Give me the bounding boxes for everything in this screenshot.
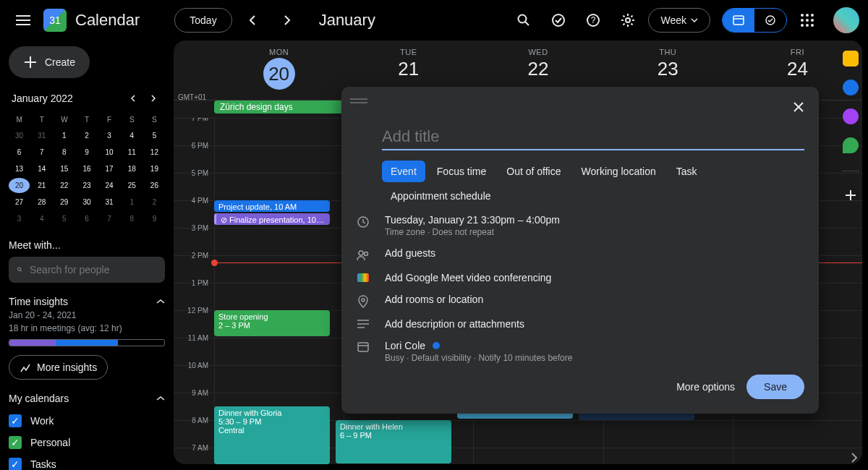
- keep-icon[interactable]: [843, 51, 859, 67]
- calendar-item[interactable]: ✓Work: [9, 410, 165, 432]
- mini-day[interactable]: 1: [54, 128, 75, 143]
- calendar-checkbox[interactable]: ✓: [9, 436, 22, 449]
- mini-day[interactable]: 31: [99, 195, 120, 210]
- tasks-icon[interactable]: [843, 80, 859, 95]
- time-cell[interactable]: [733, 421, 862, 448]
- mini-day[interactable]: 30: [76, 195, 97, 210]
- mini-day[interactable]: 7: [99, 211, 120, 226]
- support-icon[interactable]: [544, 6, 573, 35]
- event-type-chip[interactable]: Out of office: [498, 161, 569, 182]
- event-owner-sub[interactable]: Busy · Default visibility · Notify 10 mi…: [385, 353, 804, 363]
- calendar-item[interactable]: ✓Tasks: [9, 453, 165, 470]
- event-finalize[interactable]: ⊘ Finalize presentation, 10…: [214, 213, 330, 225]
- contacts-icon[interactable]: [843, 108, 859, 124]
- event-type-chip[interactable]: Focus time: [428, 161, 495, 182]
- event-datetime[interactable]: Tuesday, January 21 3:30pm – 4:00pm: [385, 214, 804, 226]
- time-cell[interactable]: [214, 146, 344, 173]
- people-search[interactable]: [9, 257, 165, 283]
- event-type-chip[interactable]: Task: [668, 161, 706, 182]
- time-cell[interactable]: [214, 119, 344, 145]
- mini-day[interactable]: 29: [54, 195, 75, 210]
- mini-day[interactable]: 5: [54, 211, 75, 226]
- time-cell[interactable]: [603, 421, 733, 448]
- apps-icon[interactable]: [793, 6, 822, 35]
- calendar-checkbox[interactable]: ✓: [9, 458, 22, 470]
- mini-day[interactable]: 10: [99, 145, 120, 160]
- event-tz-repeat[interactable]: Time zone · Does not repeat: [385, 227, 804, 237]
- tasks-view-icon[interactable]: [754, 9, 786, 32]
- mini-day[interactable]: 12: [144, 145, 165, 160]
- mini-day[interactable]: 24: [99, 178, 120, 193]
- add-meet-button[interactable]: Add Google Meet video conferencing: [385, 272, 804, 283]
- event-type-chip[interactable]: Working location: [573, 161, 665, 182]
- event-owner[interactable]: Lori Cole: [385, 340, 425, 351]
- mini-day[interactable]: 30: [9, 128, 30, 143]
- prev-icon[interactable]: [238, 6, 267, 35]
- add-location-button[interactable]: Add rooms or location: [385, 294, 804, 305]
- mini-day[interactable]: 4: [122, 128, 142, 143]
- maps-icon[interactable]: [843, 137, 859, 153]
- event-project-update[interactable]: Project update, 10 AM: [214, 200, 330, 212]
- my-calendars-toggle[interactable]: My calendars: [9, 393, 165, 404]
- add-description-button[interactable]: Add description or attachments: [385, 318, 804, 330]
- mini-prev-icon[interactable]: [124, 90, 142, 107]
- event-type-chip[interactable]: Event: [382, 161, 425, 182]
- search-icon[interactable]: [509, 6, 538, 35]
- mini-day[interactable]: 26: [144, 178, 165, 193]
- mini-day[interactable]: 18: [122, 161, 142, 176]
- mini-next-icon[interactable]: [145, 90, 162, 107]
- mini-day[interactable]: 3: [9, 211, 30, 226]
- rail-collapse-icon[interactable]: [851, 453, 858, 463]
- more-options-button[interactable]: More options: [676, 381, 735, 393]
- close-icon[interactable]: [787, 95, 810, 119]
- mini-day[interactable]: 17: [99, 161, 120, 176]
- time-cell[interactable]: [733, 448, 862, 464]
- mini-day[interactable]: 27: [9, 195, 30, 210]
- time-cell[interactable]: [603, 448, 733, 464]
- day-header[interactable]: MON20: [214, 40, 344, 100]
- mini-day[interactable]: 13: [9, 161, 30, 176]
- menu-icon[interactable]: [9, 6, 38, 35]
- mini-day[interactable]: 21: [31, 178, 52, 193]
- time-cell[interactable]: [214, 366, 344, 393]
- avatar[interactable]: [833, 7, 859, 33]
- calendar-item[interactable]: ✓Personal: [9, 432, 165, 453]
- add-addon-icon[interactable]: [844, 189, 857, 202]
- mini-day[interactable]: 8: [122, 211, 142, 226]
- mini-day[interactable]: 14: [31, 161, 52, 176]
- mini-day[interactable]: 19: [144, 161, 165, 176]
- calendar-view-icon[interactable]: [723, 9, 754, 32]
- time-insights-toggle[interactable]: Time insights: [9, 296, 165, 307]
- mini-day[interactable]: 8: [54, 145, 75, 160]
- mini-day[interactable]: 7: [31, 145, 52, 160]
- mini-day[interactable]: 1: [122, 195, 142, 210]
- mini-day[interactable]: 25: [122, 178, 142, 193]
- mini-day[interactable]: 5: [144, 128, 165, 143]
- mini-day[interactable]: 22: [54, 178, 75, 193]
- mini-day[interactable]: 2: [144, 195, 165, 210]
- mini-day[interactable]: 31: [31, 128, 52, 143]
- event-store-opening[interactable]: Store opening 2 – 3 PM: [214, 310, 330, 336]
- time-cell[interactable]: [473, 421, 603, 448]
- save-button[interactable]: Save: [746, 375, 804, 399]
- people-search-input[interactable]: [30, 264, 156, 275]
- mini-day[interactable]: 2: [76, 128, 97, 143]
- next-icon[interactable]: [273, 6, 302, 35]
- calendar-checkbox[interactable]: ✓: [9, 414, 22, 427]
- view-toggle[interactable]: [722, 8, 787, 33]
- time-cell[interactable]: [214, 338, 344, 365]
- create-button[interactable]: Create: [9, 46, 90, 78]
- mini-day[interactable]: 4: [31, 211, 52, 226]
- mini-day[interactable]: 3: [99, 128, 120, 143]
- mini-day[interactable]: 15: [54, 161, 75, 176]
- mini-day[interactable]: 16: [76, 161, 97, 176]
- more-insights-button[interactable]: More insights: [9, 355, 108, 380]
- time-cell[interactable]: [214, 256, 344, 283]
- add-guests-button[interactable]: Add guests: [385, 247, 804, 259]
- mini-day[interactable]: 28: [31, 195, 52, 210]
- mini-day[interactable]: 6: [9, 145, 30, 160]
- event-type-chip[interactable]: Appointment schedule: [382, 185, 500, 207]
- mini-day[interactable]: 9: [144, 211, 165, 226]
- help-icon[interactable]: ?: [579, 6, 608, 35]
- mini-day[interactable]: 20: [9, 178, 30, 193]
